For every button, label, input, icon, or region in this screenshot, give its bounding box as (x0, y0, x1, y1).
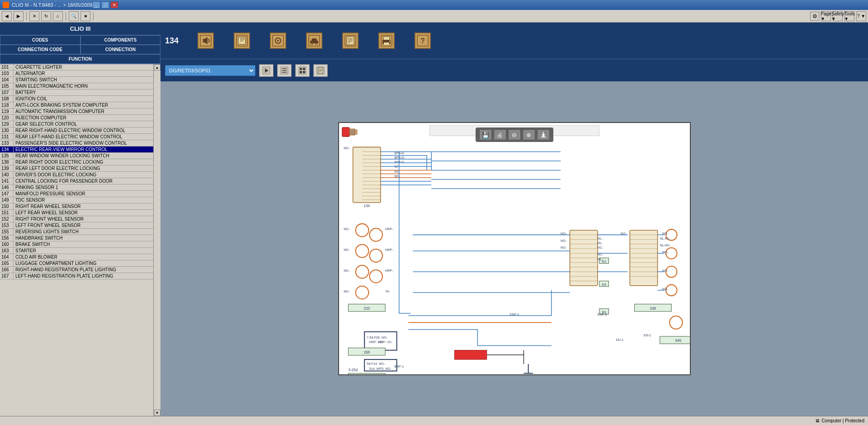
connection-code-button[interactable]: CONNECTION CODE (0, 45, 80, 54)
component-name: LUGGAGE COMPARTMENT LIGHTING (14, 260, 153, 266)
component-list[interactable]: 101CIGARETTE LIGHTER103ALTERNATOR104STAR… (0, 64, 153, 416)
list-item[interactable]: 120INJECTION COMPUTER (0, 115, 153, 121)
list-item[interactable]: 152RIGHT FRONT WHEEL SENSOR (0, 216, 153, 222)
connection-button[interactable]: CONNECTION (80, 45, 161, 54)
list-item[interactable]: 129GEAR SELECTOR CONTROL (0, 121, 153, 128)
settings-icon[interactable]: ⚙ (810, 12, 819, 21)
help-icon-btn[interactable]: ? (414, 32, 432, 50)
svg-rect-22 (383, 37, 390, 40)
pdf-zoom-out-button[interactable]: ⊖ (508, 129, 521, 140)
list-item[interactable]: 150RIGHT REAR WHEEL SENSOR (0, 203, 153, 210)
print-icon-btn[interactable] (377, 32, 396, 50)
window-controls[interactable]: _ □ ✕ (92, 1, 118, 9)
list-item[interactable]: 160BRAKE SWITCH (0, 241, 153, 248)
list-item[interactable]: 141CENTRAL LOCKING FOR PASSENGER DOOR (0, 178, 153, 184)
list-item[interactable]: 165LUGGAGE COMPARTMENT LIGHTING (0, 260, 153, 267)
pdf-zoom-in-button[interactable]: ⊕ (523, 129, 535, 140)
list-item[interactable]: 139REAR LEFT DOOR ELECTRIC LOCKING (0, 165, 153, 172)
statusbar: 🖥 Computer | Protected (0, 416, 868, 425)
search-button[interactable]: 🔍 (69, 11, 79, 21)
scroll-up-button[interactable]: ▲ (154, 64, 160, 71)
list-item[interactable]: 153LEFT FRONT WHEEL SENSOR (0, 222, 153, 229)
svg-point-153 (670, 316, 683, 329)
list-item[interactable]: 146PINKING SENSOR 1 (0, 184, 153, 191)
refresh-button[interactable]: ↻ (41, 11, 51, 21)
back-button[interactable]: ◀ (2, 11, 12, 21)
list-item[interactable]: 135REAR WINDOW WINDER LOCKING SWITCH (0, 153, 153, 159)
pdf-download-button[interactable] (537, 129, 550, 140)
component-number: 141 (0, 178, 14, 184)
list-item[interactable]: 108IGNITION COIL (0, 96, 153, 102)
manual-icon-btn[interactable] (341, 32, 359, 50)
right-panel: 134 (160, 23, 868, 416)
toolbar-separator2 (66, 12, 66, 21)
list-item[interactable]: 164COLD AIR BLOWER (0, 254, 153, 260)
list-item[interactable]: 140DRIVER'S DOOR ELECTRIC LOCKING (0, 172, 153, 178)
home-button[interactable]: ⌂ (53, 11, 63, 21)
forward-button[interactable]: ▶ (14, 11, 24, 21)
component-name: REVERSING LIGHTS SWITCH (14, 229, 153, 235)
list-item[interactable]: 133PASSENGER'S SIDE ELECTRIC WINDOW CONT… (0, 140, 153, 146)
function-button[interactable]: FUNCTION (0, 54, 160, 64)
second-toolbar: DG/RET03/SOP01 (160, 59, 868, 81)
list-scrollbar[interactable]: ▲ ▼ (153, 64, 160, 416)
stop-button[interactable]: ✕ (29, 11, 39, 21)
list-item[interactable]: 104STARTING SWITCH (0, 77, 153, 83)
svg-text:NO-: NO- (561, 246, 567, 250)
doc-view-button[interactable] (313, 64, 328, 77)
maximize-button[interactable]: □ (101, 1, 109, 9)
component-number: 156 (0, 235, 14, 241)
close-button[interactable]: ✕ (110, 1, 118, 9)
list-item[interactable]: 167LEFT-HAND REGISTRATION PLATE LIGHTING (0, 273, 153, 279)
speaker-icon-btn[interactable] (197, 32, 215, 50)
component-number: 149 (0, 197, 14, 203)
book-icon-btn[interactable] (233, 32, 251, 50)
list-item[interactable]: 118ANTI-LOCK BRAKING SYSTEM COMPUTER (0, 102, 153, 109)
safety-dropdown[interactable]: Safety ▼ (833, 11, 843, 21)
car-icon-btn[interactable] (305, 32, 323, 50)
list-item[interactable]: 107BATTERY (0, 90, 153, 96)
list-item[interactable]: 138REAR RIGHT DOOR ELECTRIC LOCKING (0, 159, 153, 165)
codes-button[interactable]: CODES (0, 35, 80, 45)
list-item[interactable]: 105MAIN ELECTROMAGNETIC HORN (0, 83, 153, 90)
minimize-button[interactable]: _ (92, 1, 100, 9)
component-icon-btn[interactable] (269, 32, 287, 50)
list-item[interactable]: 149TDC SENSOR (0, 197, 153, 203)
list-item[interactable]: 166RIGHT-HAND REGISTRATION PLATE LIGHTIN… (0, 267, 153, 273)
svg-point-77 (369, 228, 382, 241)
favorites-button[interactable]: ★ (80, 11, 90, 21)
list-item[interactable]: 156HANDBRAKE SWITCH (0, 235, 153, 241)
svg-rect-35 (300, 68, 302, 70)
component-name: RIGHT FRONT WHEEL SENSOR (14, 216, 153, 222)
list-item[interactable]: 101CIGARETTE LIGHTER (0, 64, 153, 71)
goto-button[interactable] (259, 64, 274, 77)
grid-view-button[interactable] (295, 64, 310, 77)
list-item[interactable]: 119AUTOMATIC TRANSMISSION COMPUTER (0, 109, 153, 115)
svg-rect-37 (300, 71, 302, 73)
list-item[interactable]: 147MANIFOLD PRESSURE SENSOR (0, 191, 153, 197)
list-item[interactable]: 134ELECTRIC REAR-VIEW MIRROR CONTROL (0, 146, 153, 153)
tools-dropdown[interactable]: Tools ▼ (844, 11, 854, 21)
scroll-down-button[interactable]: ▼ (154, 410, 160, 416)
list-item[interactable]: 130REAR RIGHT-HAND ELECTRIC WINDOW CONTR… (0, 128, 153, 134)
svg-rect-3 (238, 37, 245, 44)
list-view-button[interactable] (277, 64, 292, 77)
diagram-dropdown[interactable]: DG/RET03/SOP01 (165, 65, 255, 76)
svg-rect-149 (348, 373, 385, 374)
svg-text:NO-: NO- (344, 146, 350, 150)
list-item[interactable]: 103ALTERNATOR (0, 71, 153, 77)
component-number: 107 (0, 90, 14, 95)
list-item[interactable]: 151LEFT REAR WHEEL SENSOR (0, 210, 153, 216)
pdf-save-button[interactable]: 💾 (479, 129, 492, 140)
component-number: 160 (0, 241, 14, 247)
svg-text:EN-2: EN-2 (643, 334, 651, 337)
page-dropdown[interactable]: Page ▼ (821, 11, 831, 21)
component-name: PINKING SENSOR 1 (14, 184, 153, 190)
svg-text:DU-1: DU-1 (616, 338, 623, 342)
help-dropdown[interactable]: ? ▼ (856, 11, 866, 21)
pdf-print-button[interactable]: 🖨 (494, 129, 506, 140)
list-item[interactable]: 163STARTER (0, 248, 153, 254)
list-item[interactable]: 155REVERSING LIGHTS SWITCH (0, 229, 153, 235)
list-item[interactable]: 131REAR LEFT-HAND ELECTRIC WINDOW CONTRO… (0, 134, 153, 140)
components-button[interactable]: COMPONENTS (80, 35, 161, 45)
